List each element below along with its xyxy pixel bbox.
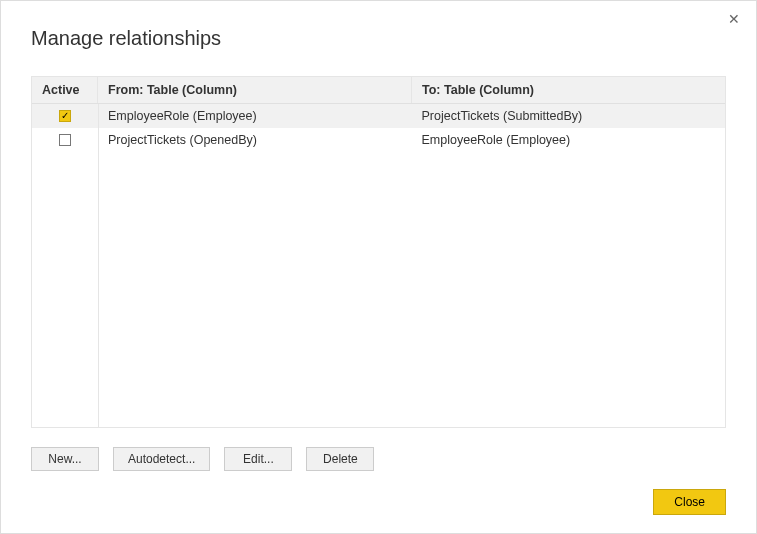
header-active[interactable]: Active <box>32 77 98 103</box>
active-checkbox[interactable] <box>59 134 71 146</box>
autodetect-button[interactable]: Autodetect... <box>113 447 210 471</box>
table-body: ✓EmployeeRole (Employee)ProjectTickets (… <box>32 104 725 427</box>
to-cell: ProjectTickets (SubmittedBy) <box>412 104 726 128</box>
table-row[interactable]: ProjectTickets (OpenedBy)EmployeeRole (E… <box>32 128 725 152</box>
from-cell: EmployeeRole (Employee) <box>98 104 412 128</box>
dialog-title: Manage relationships <box>1 1 756 64</box>
to-cell: EmployeeRole (Employee) <box>412 128 726 152</box>
close-button[interactable]: Close <box>653 489 726 515</box>
header-to[interactable]: To: Table (Column) <box>412 77 725 103</box>
delete-button[interactable]: Delete <box>306 447 374 471</box>
active-cell <box>32 130 98 150</box>
table-row[interactable]: ✓EmployeeRole (Employee)ProjectTickets (… <box>32 104 725 128</box>
new-button[interactable]: New... <box>31 447 99 471</box>
edit-button[interactable]: Edit... <box>224 447 292 471</box>
relationships-table: Active From: Table (Column) To: Table (C… <box>31 76 726 428</box>
active-cell: ✓ <box>32 106 98 126</box>
table-header: Active From: Table (Column) To: Table (C… <box>32 77 725 104</box>
action-button-row: New... Autodetect... Edit... Delete <box>31 447 374 471</box>
from-cell: ProjectTickets (OpenedBy) <box>98 128 412 152</box>
manage-relationships-dialog: ✕ Manage relationships Active From: Tabl… <box>0 0 757 534</box>
active-checkbox[interactable]: ✓ <box>59 110 71 122</box>
header-from[interactable]: From: Table (Column) <box>98 77 412 103</box>
close-icon[interactable]: ✕ <box>724 9 744 29</box>
